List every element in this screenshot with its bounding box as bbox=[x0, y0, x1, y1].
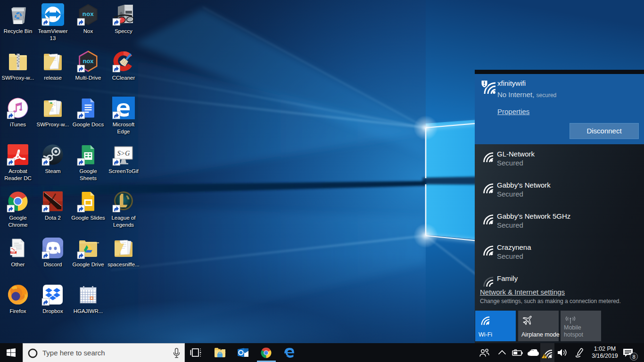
svg-text:nox: nox bbox=[83, 10, 94, 17]
svg-text:S>G: S>G bbox=[117, 150, 130, 157]
svg-text:nox: nox bbox=[83, 58, 94, 65]
svg-text:PDF: PDF bbox=[11, 251, 16, 254]
